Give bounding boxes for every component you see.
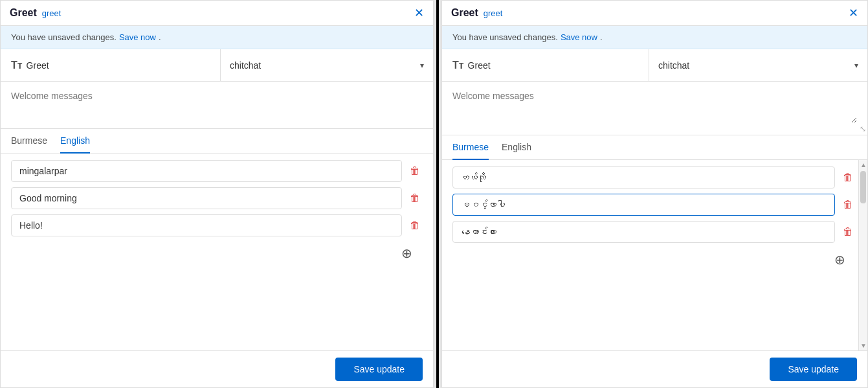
left-category-value: chitchat xyxy=(230,60,261,71)
right-message-input-2[interactable] xyxy=(452,194,835,216)
right-type-text: Greet xyxy=(468,60,491,71)
left-panel-header: Greet greet ✕ xyxy=(1,1,433,26)
right-welcome-textarea[interactable] xyxy=(452,91,857,123)
left-delete-button-3[interactable]: 🗑 xyxy=(407,217,423,234)
right-add-button[interactable]: ⊕ xyxy=(834,252,845,268)
left-dot: . xyxy=(159,32,161,42)
left-add-row: ⊕ xyxy=(11,242,423,265)
left-close-button[interactable]: ✕ xyxy=(414,7,424,19)
right-footer: Save update xyxy=(442,350,867,387)
left-category-select[interactable]: chitchat ▾ xyxy=(221,49,433,81)
right-tab-burmese[interactable]: Burmese xyxy=(452,135,489,160)
right-save-now-link[interactable]: Save now xyxy=(561,32,597,42)
left-type-label: Tт Greet xyxy=(1,49,221,81)
table-row: 🗑 xyxy=(11,160,423,182)
right-close-button[interactable]: ✕ xyxy=(849,7,858,19)
right-panel-header: Greet greet ✕ xyxy=(442,1,867,26)
right-type-row: Tт Greet chitchat ▾ xyxy=(442,49,867,82)
right-messages-container: 🗑 🗑 🗑 ⊕ ▲ ▼ xyxy=(442,160,867,350)
right-message-input-3[interactable] xyxy=(452,221,835,243)
right-type-icon: Tт xyxy=(452,60,464,71)
left-chevron-down-icon: ▾ xyxy=(420,61,424,70)
right-unsaved-text: You have unsaved changes. xyxy=(452,32,558,42)
left-welcome-textarea[interactable] xyxy=(11,91,423,117)
left-type-icon: Tт xyxy=(11,60,23,71)
left-unsaved-banner: You have unsaved changes. Save now . xyxy=(1,26,433,49)
left-welcome-area xyxy=(1,82,433,129)
scroll-down-button[interactable]: ▼ xyxy=(859,341,867,350)
right-scrollbar[interactable]: ▲ ▼ xyxy=(858,160,867,350)
scroll-up-button[interactable]: ▲ xyxy=(859,160,867,170)
panel-divider xyxy=(436,0,439,388)
right-panel-title: Greet xyxy=(451,7,478,19)
left-tabs-row: Burmese English xyxy=(1,129,433,154)
right-add-row: ⊕ xyxy=(452,248,856,271)
right-tabs-row: Burmese English xyxy=(442,135,867,160)
resize-handle-icon: ⤡ xyxy=(860,124,866,133)
left-type-row: Tт Greet chitchat ▾ xyxy=(1,49,433,82)
left-messages-list: 🗑 🗑 🗑 ⊕ xyxy=(1,154,433,350)
scrollbar-thumb xyxy=(860,171,866,203)
left-panel: Greet greet ✕ You have unsaved changes. … xyxy=(0,0,434,388)
right-save-update-button[interactable]: Save update xyxy=(770,358,857,381)
right-delete-button-2[interactable]: 🗑 xyxy=(840,196,856,213)
table-row: 🗑 xyxy=(452,194,856,216)
table-row: 🗑 xyxy=(452,166,856,188)
right-category-value: chitchat xyxy=(658,60,689,71)
left-message-input-3[interactable] xyxy=(11,214,402,236)
right-messages-list: 🗑 🗑 🗑 ⊕ xyxy=(442,160,858,350)
left-message-input-1[interactable] xyxy=(11,160,402,182)
left-footer: Save update xyxy=(1,350,433,387)
left-add-button[interactable]: ⊕ xyxy=(401,245,412,261)
left-panel-title: Greet xyxy=(10,7,37,19)
right-delete-button-3[interactable]: 🗑 xyxy=(840,223,856,240)
right-tab-english[interactable]: English xyxy=(502,135,531,160)
right-unsaved-banner: You have unsaved changes. Save now . xyxy=(442,26,867,49)
right-welcome-area: ⤡ xyxy=(442,82,867,135)
right-category-select[interactable]: chitchat ▾ xyxy=(649,49,867,81)
right-delete-button-1[interactable]: 🗑 xyxy=(840,169,856,186)
right-type-label: Tт Greet xyxy=(442,49,649,81)
right-dot: . xyxy=(600,32,603,42)
left-tab-burmese[interactable]: Burmese xyxy=(11,129,47,154)
left-delete-button-1[interactable]: 🗑 xyxy=(407,163,423,179)
right-panel: Greet greet ✕ You have unsaved changes. … xyxy=(441,0,868,388)
left-save-now-link[interactable]: Save now xyxy=(119,32,156,42)
table-row: 🗑 xyxy=(452,221,856,243)
right-panel-subtitle[interactable]: greet xyxy=(484,8,503,18)
table-row: 🗑 xyxy=(11,187,423,209)
left-save-update-button[interactable]: Save update xyxy=(335,358,423,381)
left-panel-subtitle[interactable]: greet xyxy=(42,8,61,18)
left-message-input-2[interactable] xyxy=(11,187,402,209)
table-row: 🗑 xyxy=(11,214,423,236)
left-delete-button-2[interactable]: 🗑 xyxy=(407,190,423,207)
right-message-input-1[interactable] xyxy=(452,166,835,188)
right-chevron-down-icon: ▾ xyxy=(854,61,858,70)
left-type-text: Greet xyxy=(27,60,49,71)
left-tab-english[interactable]: English xyxy=(60,129,90,154)
left-unsaved-text: You have unsaved changes. xyxy=(11,32,117,42)
